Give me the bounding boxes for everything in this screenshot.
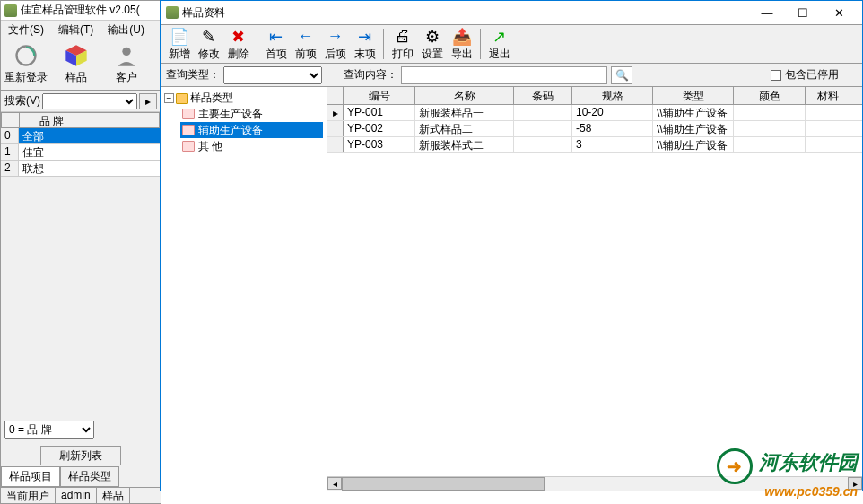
maximize-button[interactable]: ☐ bbox=[785, 3, 821, 22]
query-content-input[interactable] bbox=[401, 66, 607, 84]
relogin-button[interactable]: 重新登录 bbox=[1, 39, 51, 90]
cube-icon bbox=[63, 43, 90, 68]
search-row: 搜索(V) ▸ bbox=[1, 91, 161, 112]
table-row[interactable]: ▸ YP-001 新服装样品一 10-20 \\辅助生产设备 bbox=[327, 105, 862, 121]
grid-header: 编号 名称 条码 规格 类型 颜色 材料 bbox=[327, 87, 862, 105]
status-sample: 样品 bbox=[97, 488, 130, 503]
person-icon bbox=[113, 43, 140, 68]
row-indicator: ▸ bbox=[327, 105, 344, 120]
menu-file[interactable]: 文件(S) bbox=[4, 22, 48, 38]
tree-root[interactable]: − 样品类型 bbox=[164, 91, 323, 106]
tree-item[interactable]: 辅助生产设备 bbox=[180, 122, 323, 138]
leaf-icon bbox=[182, 109, 195, 119]
customer-button[interactable]: 客户 bbox=[101, 39, 152, 90]
print-button[interactable]: 🖨打印 bbox=[388, 26, 417, 62]
sub-body: − 样品类型 主要生产设备 辅助生产设备 其 他 bbox=[161, 87, 862, 491]
col-name[interactable]: 名称 bbox=[415, 87, 514, 104]
tab-sample-items[interactable]: 样品项目 bbox=[1, 466, 60, 487]
search-select[interactable] bbox=[42, 93, 137, 109]
prev-button[interactable]: ←前项 bbox=[291, 26, 320, 62]
last-button[interactable]: ⇥末项 bbox=[350, 26, 379, 62]
exit-button[interactable]: ↗退出 bbox=[484, 26, 514, 62]
data-grid: 编号 名称 条码 规格 类型 颜色 材料 ▸ YP-001 新服装样品一 10-… bbox=[327, 87, 862, 153]
query-type-label: 查询类型： bbox=[166, 67, 220, 83]
delete-button[interactable]: ✖删除 bbox=[223, 26, 253, 62]
data-grid-pane: 编号 名称 条码 规格 类型 颜色 材料 ▸ YP-001 新服装样品一 10-… bbox=[327, 87, 862, 491]
col-type[interactable]: 类型 bbox=[653, 87, 734, 104]
horizontal-scrollbar[interactable]: ◂ ▸ bbox=[327, 476, 862, 491]
main-bottom-controls: 0 = 品 牌 刷新列表 bbox=[4, 421, 157, 469]
tab-sample-types[interactable]: 样品类型 bbox=[60, 466, 119, 487]
collapse-icon[interactable]: − bbox=[164, 93, 174, 103]
col-id[interactable]: 编号 bbox=[344, 87, 415, 104]
edit-button[interactable]: ✎修改 bbox=[194, 26, 223, 62]
menu-output[interactable]: 输出(U) bbox=[104, 22, 148, 38]
status-user-value: admin bbox=[56, 488, 97, 503]
next-icon: → bbox=[327, 27, 344, 47]
leaf-icon bbox=[182, 125, 195, 135]
last-icon: ⇥ bbox=[358, 27, 371, 47]
tree-item[interactable]: 其 他 bbox=[180, 138, 323, 154]
search-go-button[interactable]: ▸ bbox=[139, 93, 157, 109]
scroll-thumb[interactable] bbox=[342, 477, 545, 491]
brand-grid: 0 全部 1 佳宜 2 联想 bbox=[1, 128, 161, 177]
query-content-label: 查询内容： bbox=[344, 67, 397, 83]
sub-app-icon bbox=[166, 6, 179, 19]
refresh-list-button[interactable]: 刷新列表 bbox=[40, 446, 121, 465]
export-button[interactable]: 📤导出 bbox=[447, 26, 476, 62]
settings-button[interactable]: ⚙设置 bbox=[417, 26, 447, 62]
first-icon: ⇤ bbox=[269, 27, 283, 47]
search-label: 搜索(V) bbox=[4, 93, 40, 109]
main-statusbar: 当前用户 admin 样品 bbox=[1, 487, 161, 503]
query-row: 查询类型： 查询内容： 🔍 包含已停用 bbox=[161, 64, 862, 87]
col-material[interactable]: 材料 bbox=[806, 87, 850, 104]
main-menubar: 文件(S) 编辑(T) 输出(U) bbox=[1, 21, 161, 39]
sub-titlebar: 样品资料 — ☐ ✕ bbox=[161, 1, 862, 24]
edit-icon: ✎ bbox=[202, 27, 215, 47]
brand-row[interactable]: 2 联想 bbox=[1, 161, 161, 177]
sample-info-window: 样品资料 — ☐ ✕ 📄新增 ✎修改 ✖删除 ⇤首项 ←前项 →后项 ⇥末项 🖨… bbox=[160, 0, 863, 491]
window-buttons: — ☐ ✕ bbox=[749, 3, 857, 22]
main-window: 佳宜样品管理软件 v2.05( 文件(S) 编辑(T) 输出(U) 重新登录 样… bbox=[0, 0, 161, 504]
brand-header-label: 品 牌 bbox=[20, 113, 160, 127]
settings-icon: ⚙ bbox=[425, 27, 440, 47]
main-title: 佳宜样品管理软件 v2.05( bbox=[21, 3, 140, 18]
col-barcode[interactable]: 条码 bbox=[514, 87, 572, 104]
brand-header: 品 牌 bbox=[1, 112, 161, 128]
table-row[interactable]: YP-002 新式样品二 -58 \\辅助生产设备 bbox=[327, 121, 862, 137]
category-tree: − 样品类型 主要生产设备 辅助生产设备 其 他 bbox=[161, 87, 327, 491]
col-color[interactable]: 颜色 bbox=[734, 87, 806, 104]
print-icon: 🖨 bbox=[395, 27, 411, 47]
new-icon: 📄 bbox=[170, 27, 189, 47]
brand-row[interactable]: 0 全部 bbox=[1, 128, 161, 144]
include-stopped-checkbox[interactable]: 包含已停用 bbox=[771, 67, 839, 83]
brand-row[interactable]: 1 佳宜 bbox=[1, 144, 161, 161]
exit-icon: ↗ bbox=[493, 27, 506, 47]
export-icon: 📤 bbox=[452, 27, 472, 47]
scroll-left-button[interactable]: ◂ bbox=[327, 477, 342, 490]
status-user-label: 当前用户 bbox=[1, 488, 56, 503]
tree-item[interactable]: 主要生产设备 bbox=[180, 106, 323, 122]
col-spec[interactable]: 规格 bbox=[572, 87, 653, 104]
scroll-right-button[interactable]: ▸ bbox=[848, 477, 862, 490]
bottom-tabs: 样品项目 样品类型 bbox=[1, 466, 119, 487]
prev-icon: ← bbox=[298, 27, 314, 47]
first-button[interactable]: ⇤首项 bbox=[261, 26, 291, 62]
sample-button[interactable]: 样品 bbox=[51, 39, 101, 90]
main-toolbar: 重新登录 样品 客户 bbox=[1, 39, 161, 91]
table-row[interactable]: YP-003 新服装样式二 3 \\辅助生产设备 bbox=[327, 137, 862, 153]
main-titlebar: 佳宜样品管理软件 v2.05( bbox=[1, 1, 161, 21]
svg-point-1 bbox=[122, 48, 130, 56]
folder-icon bbox=[176, 93, 188, 104]
next-button[interactable]: →后项 bbox=[320, 26, 350, 62]
sub-toolbar: 📄新增 ✎修改 ✖删除 ⇤首项 ←前项 →后项 ⇥末项 🖨打印 ⚙设置 📤导出 … bbox=[161, 24, 862, 64]
leaf-icon bbox=[182, 141, 195, 152]
new-button[interactable]: 📄新增 bbox=[164, 26, 194, 62]
query-type-select[interactable] bbox=[223, 66, 322, 84]
filter-select[interactable]: 0 = 品 牌 bbox=[4, 421, 94, 439]
menu-edit[interactable]: 编辑(T) bbox=[55, 22, 97, 38]
minimize-button[interactable]: — bbox=[749, 3, 785, 22]
query-search-button[interactable]: 🔍 bbox=[611, 66, 632, 84]
relogin-icon bbox=[13, 43, 39, 68]
close-button[interactable]: ✕ bbox=[821, 3, 857, 22]
